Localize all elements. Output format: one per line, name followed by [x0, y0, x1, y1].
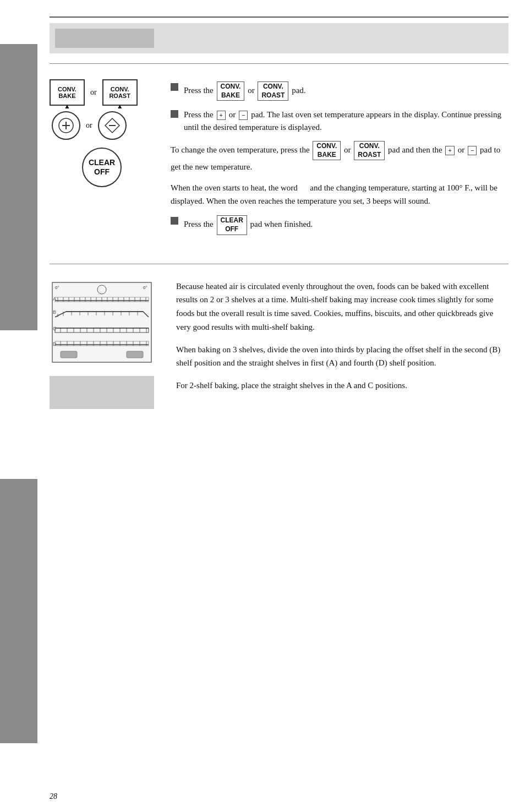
plus-button[interactable]: [52, 111, 80, 140]
conv-bake-arrow: ▲: [64, 103, 70, 110]
conv-bake-label2: BAKE: [58, 92, 75, 99]
or-text-1: or: [90, 88, 97, 97]
svg-text:0°: 0°: [143, 285, 147, 290]
change-temp-para: To change the oven temperature, press th…: [171, 141, 508, 173]
oven-diagram: 0° 0°: [50, 280, 160, 409]
top-rule: [50, 17, 508, 53]
conv-roast-label: CONV.: [111, 86, 129, 92]
sidebar-bar-bottom: [0, 479, 37, 743]
or-text-2: or: [86, 121, 92, 130]
step-3-text: Press the CLEAROFF pad when finished.: [184, 215, 313, 235]
section-bottom: 0° 0°: [50, 274, 508, 409]
minus-inline: −: [239, 111, 248, 120]
key-panel: CONV. BAKE ▲ or CONV. ROAST ▲: [50, 79, 154, 243]
section-divider-top: [50, 63, 508, 64]
section-top: CONV. BAKE ▲ or CONV. ROAST ▲: [50, 74, 508, 254]
step-3-prefix: Press the: [184, 220, 216, 228]
minus-inline-2: −: [468, 146, 477, 155]
baking-para-2: When baking on 3 shelves, divide the ove…: [176, 343, 508, 370]
step-1-or: or: [248, 86, 256, 95]
conv-bake-button[interactable]: CONV. BAKE ▲: [50, 79, 85, 106]
baking-text: Because heated air is circulated evenly …: [176, 280, 508, 409]
step-2-row: Press the + or − pad. The last oven set …: [171, 108, 508, 133]
baking-para-1: Because heated air is circulated evenly …: [176, 280, 508, 334]
conv-bake-label: CONV.: [58, 86, 76, 92]
conv-roast-button[interactable]: CONV. ROAST ▲: [102, 79, 138, 106]
step-3-suffix: pad when finished.: [250, 220, 313, 228]
header-band-inner: [55, 29, 154, 48]
conv-roast-arrow: ▲: [117, 103, 123, 110]
page-number: 28: [50, 792, 57, 801]
conv-bake-inline: CONV.BAKE: [217, 81, 245, 101]
arrow-btn-row: or: [52, 111, 154, 140]
clear-off-button[interactable]: CLEAR OFF: [82, 148, 122, 187]
conv-roast-label2: ROAST: [109, 92, 130, 99]
plus-inline: +: [217, 111, 226, 120]
step-1-row: Press the CONV.BAKE or CONV.ROAST pad.: [171, 81, 508, 101]
sidebar-bar-top: [0, 44, 37, 330]
svg-rect-73: [61, 351, 77, 358]
conv-buttons-row: CONV. BAKE ▲ or CONV. ROAST ▲: [50, 79, 154, 106]
main-content: CONV. BAKE ▲ or CONV. ROAST ▲: [50, 0, 508, 409]
oven-gray-box: [50, 376, 154, 409]
step-3-row: Press the CLEAROFF pad when finished.: [171, 215, 508, 235]
step-1-indicator: [171, 83, 178, 91]
step-1-prefix: Press the: [184, 86, 216, 95]
svg-rect-74: [127, 351, 143, 358]
instructions-panel: Press the CONV.BAKE or CONV.ROAST pad. P…: [171, 79, 508, 243]
step-2-indicator: [171, 110, 178, 118]
plus-inline-2: +: [445, 146, 454, 155]
step-1-text: Press the CONV.BAKE or CONV.ROAST pad.: [184, 81, 306, 101]
step-1-suffix: pad.: [292, 86, 305, 95]
svg-text:B: B: [53, 309, 56, 315]
svg-text:D: D: [53, 341, 57, 347]
header-band: [50, 23, 508, 53]
minus-button[interactable]: [98, 111, 127, 140]
baking-para-3: For 2-shelf baking, place the straight s…: [176, 379, 508, 393]
step-2-text: Press the + or − pad. The last oven set …: [184, 108, 508, 133]
step-3-indicator: [171, 217, 178, 225]
conv-roast-inline-2: CONV.ROAST: [354, 141, 385, 160]
heating-para: When the oven starts to heat, the word a…: [171, 181, 508, 208]
conv-bake-inline-2: CONV.BAKE: [313, 141, 341, 160]
off-label: OFF: [94, 167, 110, 177]
svg-text:C: C: [53, 326, 57, 331]
section-divider-mid: [50, 264, 508, 264]
svg-rect-4: [52, 282, 151, 362]
svg-text:A: A: [53, 296, 56, 302]
oven-illustration: 0° 0°: [50, 280, 154, 370]
svg-text:0°: 0°: [55, 285, 59, 290]
conv-roast-inline: CONV.ROAST: [258, 81, 288, 101]
clear-label: CLEAR: [89, 158, 115, 167]
clear-off-inline: CLEAROFF: [217, 215, 247, 235]
